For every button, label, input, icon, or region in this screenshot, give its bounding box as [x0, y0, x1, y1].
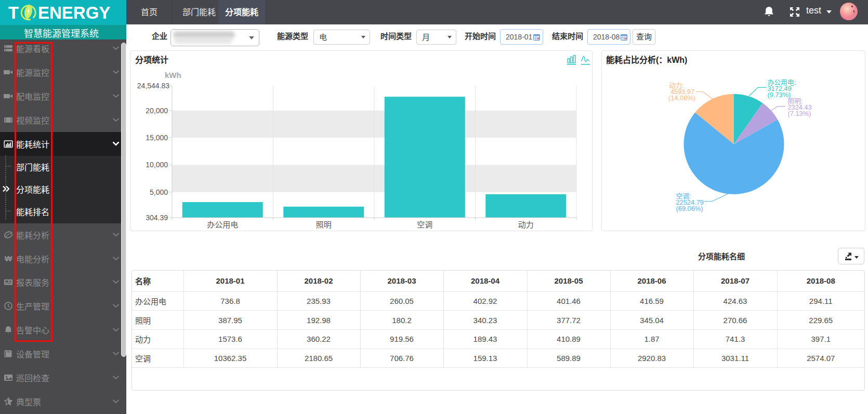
svg-text:动力: 动力 — [518, 220, 534, 229]
svg-text:10,000: 10,000 — [146, 161, 168, 169]
svg-text:304.39: 304.39 — [146, 213, 168, 222]
svg-text:24,544.83: 24,544.83 — [137, 82, 169, 90]
svg-text:20,000: 20,000 — [146, 106, 168, 115]
svg-text:T: T — [8, 3, 19, 22]
svg-text:kWh: kWh — [165, 71, 181, 79]
svg-text:15,000: 15,000 — [146, 133, 168, 142]
svg-text:5,000: 5,000 — [150, 188, 168, 196]
svg-text:办公用电: 办公用电 — [207, 220, 238, 229]
svg-text:(69.06%): (69.06%) — [676, 205, 703, 212]
svg-text:ENERGY: ENERGY — [38, 3, 110, 22]
svg-text:₩: ₩ — [5, 254, 12, 263]
svg-text:(7.13%): (7.13%) — [788, 110, 811, 117]
svg-text:(14.08%): (14.08%) — [668, 94, 695, 102]
svg-text:照明: 照明 — [316, 220, 332, 229]
svg-text:空调: 空调 — [417, 220, 432, 229]
